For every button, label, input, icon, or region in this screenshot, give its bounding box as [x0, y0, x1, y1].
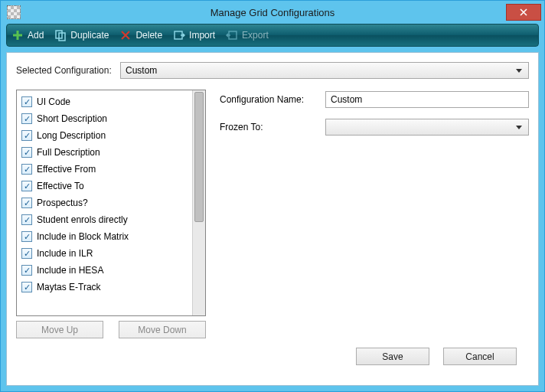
move-down-button: Move Down — [119, 321, 206, 338]
list-item[interactable]: ✓Long Description — [18, 127, 191, 144]
checkbox[interactable]: ✓ — [21, 214, 32, 225]
list-item[interactable]: ✓Prospectus? — [18, 194, 191, 211]
list-item-label: Prospectus? — [37, 198, 88, 208]
columns-panel: ✓UI Code✓Short Description✓Long Descript… — [16, 90, 206, 338]
duplicate-icon — [54, 29, 67, 41]
list-item-label: Long Description — [37, 130, 106, 141]
scrollbar[interactable] — [192, 90, 205, 315]
toolbar: Add Duplicate Delete Import Export — [6, 24, 539, 47]
list-item-label: Effective To — [37, 181, 84, 191]
checkbox[interactable]: ✓ — [21, 265, 32, 276]
list-item-label: Effective From — [37, 164, 96, 175]
list-item[interactable]: ✓Include in HESA — [18, 262, 191, 279]
list-item[interactable]: ✓Full Description — [18, 144, 191, 161]
list-item[interactable]: ✓UI Code — [18, 93, 191, 110]
button-label: Save — [382, 351, 403, 362]
list-item-label: Include in ILR — [37, 248, 93, 259]
checkbox[interactable]: ✓ — [21, 282, 32, 292]
selected-config-dropdown[interactable]: Custom — [120, 62, 529, 79]
toolbar-label: Export — [242, 30, 269, 41]
dialog-window: Manage Grid Configurations Add Duplicate… — [0, 0, 545, 392]
checkbox[interactable]: ✓ — [21, 113, 32, 124]
svg-rect-1 — [13, 34, 22, 37]
list-item-label: Full Description — [37, 147, 100, 158]
list-item[interactable]: ✓Student enrols directly — [18, 211, 191, 228]
close-icon — [520, 8, 527, 16]
checkbox[interactable]: ✓ — [21, 130, 32, 141]
dialog-footer: Save Cancel — [16, 338, 529, 376]
toolbar-label: Delete — [135, 30, 162, 41]
columns-listbox[interactable]: ✓UI Code✓Short Description✓Long Descript… — [16, 90, 206, 316]
scrollbar-thumb[interactable] — [194, 92, 204, 222]
plus-icon — [11, 29, 24, 41]
config-name-label: Configuration Name: — [220, 94, 319, 105]
list-item-label: Short Description — [37, 113, 107, 124]
selected-config-row: Selected Configuration: Custom — [16, 62, 529, 79]
import-icon — [173, 29, 185, 41]
import-button[interactable]: Import — [173, 29, 215, 41]
cancel-button[interactable]: Cancel — [443, 348, 517, 365]
close-button[interactable] — [506, 4, 541, 21]
button-label: Move Up — [41, 325, 78, 335]
checkbox[interactable]: ✓ — [21, 164, 32, 175]
checkbox[interactable]: ✓ — [21, 181, 32, 191]
system-menu-icon[interactable] — [7, 5, 21, 19]
frozen-to-dropdown[interactable] — [325, 119, 529, 136]
list-item-label: UI Code — [37, 96, 70, 107]
frozen-to-label: Frozen To: — [220, 122, 319, 132]
selected-config-value: Custom — [126, 65, 157, 76]
export-icon — [226, 29, 238, 41]
details-panel: Configuration Name: Frozen To: — [220, 90, 529, 338]
toolbar-label: Add — [28, 30, 44, 41]
toolbar-label: Duplicate — [70, 30, 109, 41]
list-item[interactable]: ✓Include in ILR — [18, 245, 191, 262]
list-item-label: Maytas E-Track — [37, 282, 101, 292]
toolbar-label: Import — [189, 30, 215, 41]
title-bar: Manage Grid Configurations — [1, 1, 544, 24]
list-item-label: Include in HESA — [37, 265, 103, 276]
add-button[interactable]: Add — [11, 29, 44, 41]
list-item-label: Include in Block Matrix — [37, 231, 129, 242]
list-item[interactable]: ✓Effective From — [18, 161, 191, 178]
checkbox[interactable]: ✓ — [21, 96, 32, 107]
list-item[interactable]: ✓Include in Block Matrix — [18, 228, 191, 245]
delete-button[interactable]: Delete — [119, 29, 162, 41]
button-label: Cancel — [465, 351, 494, 362]
list-item[interactable]: ✓Maytas E-Track — [18, 279, 191, 296]
selected-config-label: Selected Configuration: — [16, 65, 116, 76]
list-item-label: Student enrols directly — [37, 214, 128, 225]
checkbox[interactable]: ✓ — [21, 198, 32, 208]
checkbox[interactable]: ✓ — [21, 248, 32, 259]
duplicate-button[interactable]: Duplicate — [54, 29, 109, 41]
checkbox[interactable]: ✓ — [21, 147, 32, 158]
list-item[interactable]: ✓Effective To — [18, 178, 191, 194]
delete-icon — [119, 29, 132, 41]
content-panel: Selected Configuration: Custom ✓UI Code✓… — [6, 52, 539, 386]
list-item[interactable]: ✓Short Description — [18, 110, 191, 127]
window-title: Manage Grid Configurations — [1, 7, 544, 18]
save-button[interactable]: Save — [356, 348, 429, 365]
button-label: Move Down — [138, 325, 186, 335]
checkbox[interactable]: ✓ — [21, 231, 32, 242]
config-name-input[interactable] — [325, 91, 529, 108]
move-up-button: Move Up — [16, 321, 103, 338]
export-button: Export — [226, 29, 269, 41]
